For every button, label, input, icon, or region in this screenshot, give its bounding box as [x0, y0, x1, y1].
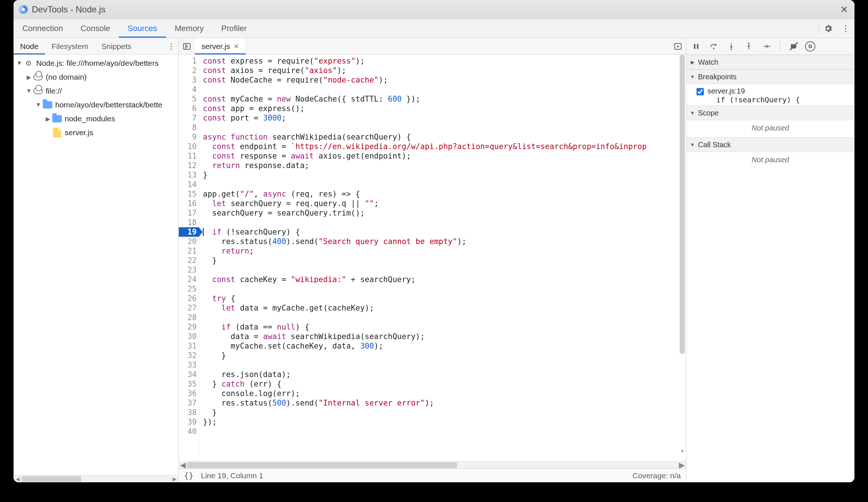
- gutter-line[interactable]: 16: [179, 199, 199, 208]
- gutter-line[interactable]: 27: [179, 303, 199, 313]
- gutter-line[interactable]: 8: [179, 123, 199, 132]
- gutter-line[interactable]: 1: [179, 56, 199, 66]
- code-line[interactable]: const endpoint = `https://en.wikipedia.o…: [203, 142, 686, 151]
- editor-tab-server-js[interactable]: server.js ✕: [195, 38, 246, 54]
- tree-row[interactable]: ▶node_modules: [14, 112, 178, 126]
- code-line[interactable]: [203, 85, 686, 94]
- breakpoint-checkbox[interactable]: [697, 88, 704, 95]
- code-line[interactable]: const NodeCache = require("node-cache");: [203, 75, 686, 85]
- code-line[interactable]: let searchQuery = req.query.q || "";: [203, 199, 686, 208]
- code-line[interactable]: const myCache = new NodeCache({ stdTTL: …: [203, 94, 686, 104]
- code-line[interactable]: res.json(data);: [203, 370, 686, 379]
- gutter-line[interactable]: 10: [179, 142, 199, 151]
- gutter-line[interactable]: 9: [179, 132, 199, 142]
- code-line[interactable]: res.status(500).send("Internal server er…: [203, 398, 686, 408]
- code-line[interactable]: }: [203, 170, 686, 180]
- code-line[interactable]: if (!searchQuery) {: [203, 227, 686, 237]
- gutter-line[interactable]: 38: [179, 408, 199, 417]
- gutter-line[interactable]: 21: [179, 246, 199, 256]
- code-line[interactable]: async function searchWikipedia(searchQue…: [203, 132, 686, 142]
- navigator-more-icon[interactable]: ⋮: [164, 38, 178, 54]
- code-line[interactable]: [203, 265, 686, 275]
- gutter-line[interactable]: 22: [179, 256, 199, 265]
- editor-h-scrollbar[interactable]: ◀ ▶: [179, 461, 686, 468]
- gutter-line[interactable]: 6: [179, 104, 199, 113]
- gutter-line[interactable]: 25: [179, 284, 199, 294]
- tree-row[interactable]: ▼⚙Node.js: file:///home/ayo/dev/betters: [14, 56, 178, 70]
- code-line[interactable]: const axios = require("axios");: [203, 66, 686, 75]
- code-line[interactable]: return;: [203, 246, 686, 256]
- code-line[interactable]: [203, 284, 686, 294]
- code-line[interactable]: [203, 313, 686, 322]
- close-tab-icon[interactable]: ✕: [234, 42, 239, 50]
- main-tab-memory[interactable]: Memory: [166, 19, 212, 38]
- code-line[interactable]: [203, 427, 686, 436]
- main-tab-profiler[interactable]: Profiler: [212, 19, 256, 38]
- gutter-line[interactable]: 33: [179, 360, 199, 370]
- code-content[interactable]: const express = require("express");const…: [199, 55, 686, 461]
- code-area[interactable]: 1234567891011121314151617181920212223242…: [179, 55, 686, 461]
- toggle-navigator-icon[interactable]: [179, 38, 195, 54]
- nav-subtab-filesystem[interactable]: Filesystem: [45, 38, 95, 54]
- window-close-button[interactable]: ✕: [838, 3, 851, 16]
- code-line[interactable]: const express = require("express");: [203, 56, 686, 66]
- step-into-button[interactable]: [725, 40, 737, 53]
- pause-button[interactable]: [690, 40, 702, 53]
- deactivate-breakpoints-button[interactable]: [788, 40, 800, 53]
- gutter-line[interactable]: 17: [179, 208, 199, 218]
- code-line[interactable]: if (data == null) {: [203, 322, 686, 332]
- more-menu-icon[interactable]: ⋮: [837, 19, 854, 38]
- code-line[interactable]: [203, 180, 686, 189]
- code-line[interactable]: res.status(400).send("Search query canno…: [203, 237, 686, 246]
- gutter-line[interactable]: 15: [179, 189, 199, 199]
- chevron-down-icon[interactable]: ▼: [25, 88, 33, 94]
- gutter-line[interactable]: 30: [179, 332, 199, 341]
- gutter-breakpoint[interactable]: 19: [179, 227, 199, 237]
- gutter-line[interactable]: 39: [179, 417, 199, 427]
- tree-row[interactable]: ▼file://: [14, 84, 178, 98]
- code-line[interactable]: myCache.set(cacheKey, data, 300);: [203, 341, 686, 351]
- code-line[interactable]: [203, 360, 686, 370]
- step-over-button[interactable]: [707, 40, 720, 53]
- gutter-line[interactable]: 28: [179, 313, 199, 322]
- navigator-h-scrollbar[interactable]: ◀ ▶: [14, 475, 178, 482]
- gutter-line[interactable]: 5: [179, 94, 199, 104]
- gutter-line[interactable]: 11: [179, 151, 199, 161]
- step-out-button[interactable]: [743, 40, 755, 53]
- breakpoints-section-header[interactable]: ▼ Breakpoints: [686, 69, 854, 84]
- gutter-line[interactable]: 40: [179, 427, 199, 436]
- tree-row[interactable]: ▶(no domain): [14, 70, 178, 84]
- code-line[interactable]: data = await searchWikipedia(searchQuery…: [203, 332, 686, 341]
- main-tab-sources[interactable]: Sources: [119, 19, 166, 38]
- gutter-line[interactable]: 36: [179, 389, 199, 398]
- editor-v-scrollbar[interactable]: ▴ ▾: [679, 55, 686, 454]
- code-line[interactable]: }: [203, 351, 686, 360]
- run-snippet-icon[interactable]: [670, 38, 686, 54]
- chevron-down-icon[interactable]: ▼: [35, 102, 42, 108]
- gutter-line[interactable]: 35: [179, 379, 199, 389]
- code-line[interactable]: });: [203, 417, 686, 427]
- step-button[interactable]: [760, 40, 773, 53]
- gutter-line[interactable]: 14: [179, 180, 199, 189]
- gutter-line[interactable]: 34: [179, 370, 199, 379]
- chevron-right-icon[interactable]: ▶: [25, 74, 33, 81]
- gutter-line[interactable]: 18: [179, 218, 199, 227]
- gutter-line[interactable]: 29: [179, 322, 199, 332]
- code-line[interactable]: [203, 218, 686, 227]
- tree-row[interactable]: ▼home/ayo/dev/betterstack/bette: [14, 98, 178, 112]
- tree-row[interactable]: server.js: [14, 126, 178, 140]
- code-line[interactable]: }: [203, 256, 686, 265]
- chevron-down-icon[interactable]: ▼: [16, 60, 23, 66]
- code-line[interactable]: return response.data;: [203, 161, 686, 170]
- main-tab-connection[interactable]: Connection: [14, 19, 72, 38]
- code-line[interactable]: } catch (err) {: [203, 379, 686, 389]
- code-line[interactable]: const port = 3000;: [203, 113, 686, 123]
- code-line[interactable]: searchQuery = searchQuery.trim();: [203, 208, 686, 218]
- gutter-line[interactable]: 2: [179, 66, 199, 75]
- gutter-line[interactable]: 32: [179, 351, 199, 360]
- gutter-line[interactable]: 37: [179, 398, 199, 408]
- callstack-section-header[interactable]: ▼ Call Stack: [686, 137, 854, 152]
- gutter-line[interactable]: 3: [179, 75, 199, 85]
- gutter-line[interactable]: 23: [179, 265, 199, 275]
- code-line[interactable]: app.get("/", async (req, res) => {: [203, 189, 686, 199]
